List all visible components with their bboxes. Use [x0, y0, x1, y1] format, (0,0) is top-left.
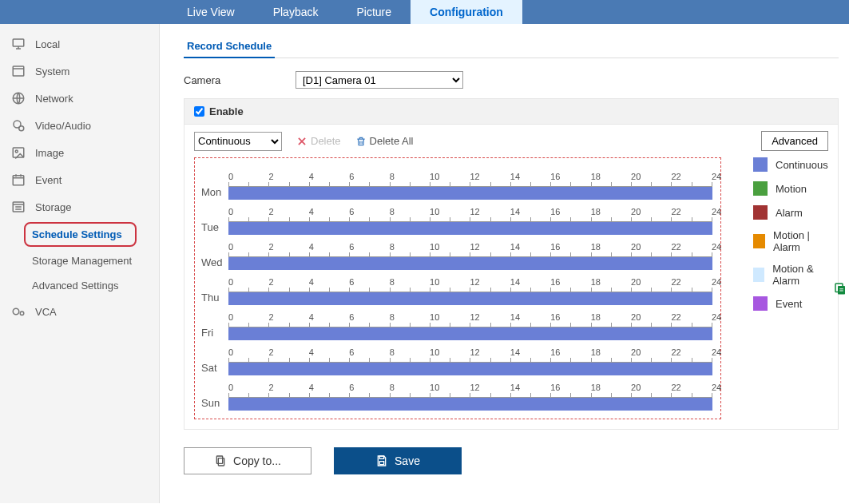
- sidebar-item-label: VCA: [35, 306, 57, 318]
- legend-item[interactable]: Motion & Alarm: [753, 263, 828, 287]
- sidebar-item-video-audio[interactable]: Video/Audio: [0, 112, 159, 139]
- hour-label: 10: [430, 242, 430, 252]
- tab-configuration[interactable]: Configuration: [411, 0, 522, 24]
- hour-label: 14: [510, 242, 511, 252]
- copy-to-button[interactable]: Copy to...: [184, 447, 311, 474]
- day-label: Thu: [201, 292, 228, 305]
- hour-label: 16: [550, 383, 551, 392]
- hour-label: 24: [712, 207, 712, 216]
- hour-label: 22: [671, 242, 672, 252]
- schedule-bar[interactable]: [228, 292, 712, 305]
- schedule-bar[interactable]: [228, 363, 712, 375]
- delete-button[interactable]: Delete: [296, 135, 341, 147]
- hour-label: 12: [470, 312, 470, 322]
- hour-label: 4: [309, 347, 310, 357]
- sidebar-item-label: Event: [35, 174, 61, 186]
- schedule-bar[interactable]: [228, 327, 712, 340]
- schedule-bar[interactable]: [228, 222, 712, 235]
- legend-item[interactable]: Event: [753, 296, 828, 311]
- schedule-bar[interactable]: [228, 257, 712, 270]
- svg-point-6: [15, 150, 18, 153]
- storage-icon: [11, 200, 26, 214]
- hour-label: 6: [349, 207, 350, 216]
- hour-label: 22: [671, 277, 672, 287]
- monitor-icon: [11, 37, 26, 51]
- timeline[interactable]: 024681012141618202224: [228, 277, 712, 305]
- timeline[interactable]: 024681012141618202224: [228, 172, 712, 200]
- recording-type-select[interactable]: Continuous: [194, 132, 282, 151]
- system-icon: [11, 64, 26, 78]
- copy-icon: [214, 454, 227, 467]
- tab-playback[interactable]: Playback: [254, 0, 338, 24]
- hour-label: 4: [309, 242, 310, 252]
- hour-label: 8: [390, 383, 391, 392]
- svg-rect-16: [379, 462, 383, 465]
- tab-live-view[interactable]: Live View: [168, 0, 254, 24]
- schedule-grid[interactable]: Mon024681012141618202224Tue0246810121416…: [194, 157, 721, 419]
- svg-point-9: [13, 308, 19, 315]
- svg-rect-0: [13, 39, 24, 46]
- sidebar-item-storage-management[interactable]: Storage Management: [0, 248, 159, 273]
- hour-label: 6: [349, 347, 350, 357]
- schedule-bar[interactable]: [228, 398, 712, 411]
- svg-rect-12: [838, 286, 845, 295]
- day-row: Wed024681012141618202224: [201, 235, 712, 270]
- hour-label: 20: [631, 242, 632, 252]
- legend-item[interactable]: Alarm: [753, 205, 828, 220]
- sidebar-item-local[interactable]: Local: [0, 30, 159, 58]
- legend-item[interactable]: Continuous: [753, 157, 828, 172]
- hour-label: 12: [470, 172, 470, 181]
- timeline[interactable]: 024681012141618202224: [228, 242, 712, 270]
- hour-label: 8: [390, 207, 391, 216]
- sidebar-item-vca[interactable]: VCA: [0, 298, 159, 325]
- hour-label: 18: [591, 172, 592, 181]
- hour-label: 8: [390, 347, 391, 357]
- globe-icon: [11, 91, 26, 105]
- tab-picture[interactable]: Picture: [337, 0, 411, 24]
- legend-swatch: [753, 234, 765, 248]
- hour-label: 2: [268, 207, 269, 216]
- timeline[interactable]: 024681012141618202224: [228, 383, 712, 411]
- delete-all-button[interactable]: Delete All: [355, 135, 414, 147]
- hour-label: 24: [712, 312, 712, 322]
- hour-label: 10: [430, 207, 430, 216]
- sidebar-item-label: System: [35, 65, 69, 77]
- sidebar-item-schedule-settings[interactable]: Schedule Settings: [24, 222, 137, 247]
- hour-label: 16: [550, 312, 551, 322]
- legend-item[interactable]: Motion: [753, 181, 828, 196]
- enable-checkbox[interactable]: [194, 106, 204, 117]
- sidebar-item-network[interactable]: Network: [0, 85, 159, 112]
- hour-label: 2: [268, 312, 269, 322]
- day-label: Tue: [201, 221, 228, 235]
- hour-label: 12: [470, 242, 470, 252]
- hour-label: 18: [591, 312, 592, 322]
- camera-select[interactable]: [D1] Camera 01: [296, 71, 463, 89]
- hour-label: 20: [631, 207, 632, 216]
- day-row: Mon024681012141618202224: [201, 165, 712, 200]
- hour-label: 14: [510, 207, 511, 216]
- schedule-bar[interactable]: [228, 187, 712, 200]
- vca-icon: [11, 304, 26, 319]
- hour-label: 20: [631, 347, 632, 357]
- save-button[interactable]: Save: [334, 447, 462, 474]
- hour-label: 14: [510, 383, 511, 392]
- timeline[interactable]: 024681012141618202224: [228, 312, 712, 340]
- timeline[interactable]: 024681012141618202224: [228, 347, 712, 375]
- hour-label: 24: [712, 383, 712, 392]
- section-tab-record-schedule[interactable]: Record Schedule: [184, 35, 275, 58]
- sidebar-item-system[interactable]: System: [0, 58, 159, 85]
- sidebar-item-event[interactable]: Event: [0, 166, 159, 193]
- legend-label: Continuous: [776, 159, 828, 171]
- legend-label: Motion & Alarm: [772, 263, 828, 287]
- hour-label: 4: [309, 207, 310, 216]
- timeline[interactable]: 024681012141618202224: [228, 207, 712, 235]
- hour-label: 22: [671, 347, 672, 357]
- sidebar-item-storage[interactable]: Storage: [0, 193, 159, 220]
- legend-item[interactable]: Motion | Alarm: [753, 229, 828, 253]
- hour-label: 10: [430, 172, 430, 181]
- advanced-button[interactable]: Advanced: [761, 131, 828, 151]
- sidebar-item-image[interactable]: Image: [0, 139, 159, 166]
- copy-day-icon[interactable]: [833, 281, 847, 296]
- hour-label: 2: [268, 242, 269, 252]
- sidebar-item-advanced-settings[interactable]: Advanced Settings: [0, 273, 159, 298]
